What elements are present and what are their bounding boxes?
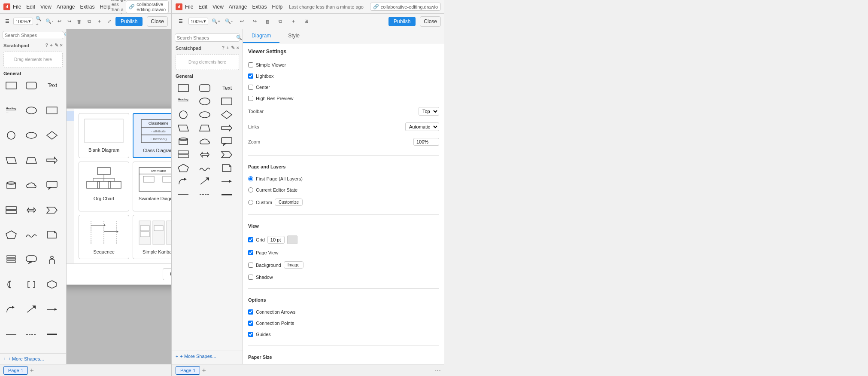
zoom-ctrl-right[interactable]: 100% ▾ xyxy=(188,18,208,25)
zoom-prop-input[interactable] xyxy=(413,138,439,146)
search-input-left[interactable] xyxy=(5,33,64,38)
r-shape-ellipse2[interactable] xyxy=(197,109,212,121)
modal-category-wireframes(5)[interactable]: Wireframes (5) xyxy=(67,234,74,244)
close-btn-right[interactable]: Close xyxy=(420,16,441,27)
page-options-icon[interactable]: ⋯ xyxy=(435,367,441,374)
shape-diamond[interactable] xyxy=(44,129,60,141)
shape-hexagon[interactable] xyxy=(44,278,60,290)
r-shape-curved-arr[interactable] xyxy=(176,175,191,187)
scratchpad-edit-icon[interactable]: ✎ xyxy=(55,43,58,48)
undo-btn-left[interactable]: ↩ xyxy=(56,16,63,27)
r-shape-parallelogram[interactable] xyxy=(176,122,191,134)
r-shape-cloud[interactable] xyxy=(197,135,212,147)
modal-category-business(14)[interactable]: Business (14) xyxy=(67,121,74,130)
shape-crescent[interactable] xyxy=(3,278,19,290)
center-checkbox[interactable] xyxy=(248,85,253,90)
shape-speech[interactable] xyxy=(24,254,39,266)
r-shape-trapezoid[interactable] xyxy=(197,122,212,134)
shape-arrow-right[interactable] xyxy=(44,154,60,166)
menu-file-left[interactable]: File xyxy=(13,4,21,10)
high-res-checkbox[interactable] xyxy=(248,96,253,101)
first-page-radio[interactable] xyxy=(248,176,253,181)
tab-diagram[interactable]: Diagram xyxy=(243,29,279,43)
modal-category-software(8)[interactable]: Software (8) xyxy=(67,196,74,206)
modal-category-cloud(41)[interactable]: Cloud (41) xyxy=(67,140,74,149)
menu-edit-left[interactable]: Edit xyxy=(26,4,35,10)
insert-btn-left[interactable]: ＋ xyxy=(96,16,103,27)
redo-btn-left[interactable]: ↪ xyxy=(66,16,73,27)
shape-circle[interactable] xyxy=(3,129,19,141)
menu-extras-left[interactable]: Extras xyxy=(80,4,95,10)
shape-stacked[interactable] xyxy=(3,254,19,266)
template-card-sequence[interactable]: Sequence xyxy=(79,215,129,259)
modal-category-venn(8)[interactable]: Venn (8) xyxy=(67,225,74,234)
r-shape-arr-straight[interactable] xyxy=(219,175,234,187)
publish-btn-right[interactable]: Publish xyxy=(388,17,416,26)
delete-btn-left[interactable]: 🗑 xyxy=(76,16,83,27)
current-editor-radio[interactable] xyxy=(248,187,253,193)
modal-category-uml(8)[interactable]: UML (8) xyxy=(67,215,74,225)
r-shape-rounded[interactable] xyxy=(197,82,212,94)
insert-shape-btn-right[interactable]: ＋ xyxy=(288,16,298,27)
collab-btn-right[interactable]: 🔗 collaborative-editing.drawio xyxy=(370,3,441,11)
delete-btn-right[interactable]: 🗑 xyxy=(262,16,273,27)
menu-help-right[interactable]: Help xyxy=(272,4,283,10)
menu-arrange-left[interactable]: Arrange xyxy=(57,4,75,10)
shape-person[interactable] xyxy=(44,254,60,266)
guides-checkbox[interactable] xyxy=(248,332,253,337)
menu-toggle-right[interactable]: ☰ xyxy=(176,16,186,27)
menu-edit-right[interactable]: Edit xyxy=(198,4,207,10)
shape-cylinder[interactable] xyxy=(3,179,19,191)
scratchpad-close-icon-right[interactable]: × xyxy=(237,45,239,51)
zoom-in-btn-left[interactable]: 🔍+ xyxy=(36,16,43,27)
r-shape-heading[interactable]: Heading xyxy=(176,95,191,107)
customize-button[interactable]: Customize xyxy=(275,199,303,206)
r-shape-pentagon[interactable] xyxy=(176,162,191,174)
connection-points-checkbox[interactable] xyxy=(248,321,253,326)
shape-heading[interactable]: Heading..... xyxy=(3,104,19,116)
r-shape-chevron[interactable] xyxy=(219,149,234,161)
scratchpad-close-icon[interactable]: × xyxy=(60,43,63,48)
shape-cloud[interactable] xyxy=(24,179,39,191)
r-shape-rect[interactable] xyxy=(176,82,191,94)
r-shape-callout[interactable] xyxy=(219,135,234,147)
page-view-checkbox[interactable] xyxy=(248,250,253,255)
r-shape-diamond[interactable] xyxy=(219,109,234,121)
r-shape-wave[interactable] xyxy=(197,162,212,174)
shape-line2[interactable] xyxy=(24,328,39,340)
shape-bracket-left[interactable] xyxy=(24,278,39,290)
modal-category-flowcharts(9)[interactable]: Flowcharts (9) xyxy=(67,159,74,168)
simple-viewer-checkbox[interactable] xyxy=(248,62,253,67)
cancel-button[interactable]: Cancel xyxy=(163,268,171,280)
publish-btn-left[interactable]: Publish xyxy=(115,17,143,26)
template-card-simplekanban[interactable]: Simple Kanban xyxy=(133,215,171,259)
shape-rect-rounded[interactable] xyxy=(24,79,39,92)
zoom-out-btn-right[interactable]: 🔍- xyxy=(224,16,234,27)
r-shape-double-arrow[interactable] xyxy=(197,149,212,161)
shape-arrow-chevron[interactable] xyxy=(44,204,60,216)
more-shapes-right[interactable]: + + More Shapes... xyxy=(172,351,243,361)
r-shape-ellipse[interactable] xyxy=(197,95,212,107)
shape-text[interactable]: Text xyxy=(44,79,60,92)
modal-category-tables(4)[interactable]: Tables (4) xyxy=(67,206,74,215)
modal-category-basic(9)[interactable]: Basic (9) xyxy=(67,111,74,121)
template-card-orgchart[interactable]: Org Chart xyxy=(79,162,129,211)
undo-btn-right[interactable]: ↩ xyxy=(237,16,247,27)
zoom-ctrl-left[interactable]: 100% ▾ xyxy=(13,18,33,25)
page-tab-1-left[interactable]: Page-1 xyxy=(3,366,28,375)
copy-btn-right[interactable]: ⧉ xyxy=(275,16,285,27)
lightbox-checkbox[interactable] xyxy=(248,73,253,79)
shadow-checkbox[interactable] xyxy=(248,275,253,280)
shape-rect3[interactable] xyxy=(3,204,19,216)
scratchpad-edit-icon-right[interactable]: ✎ xyxy=(231,45,235,51)
modal-category-charts(5)[interactable]: Charts (5) xyxy=(67,130,74,140)
grid-checkbox[interactable] xyxy=(248,237,253,242)
modal-category-other(11)[interactable]: Other (11) xyxy=(67,187,74,196)
scratchpad-add-icon-right[interactable]: + xyxy=(226,45,229,51)
scratchpad-add-icon[interactable]: + xyxy=(50,43,52,48)
template-card-swimlanediagram[interactable]: SwimlaneSwimlane Diagram xyxy=(133,162,171,211)
r-shape-stacked[interactable] xyxy=(176,149,191,161)
grid-color-swatch[interactable] xyxy=(287,235,297,244)
shape-pentagon[interactable] xyxy=(3,229,19,241)
main-canvas[interactable]: Basic (9)Business (14)Charts (5)Cloud (4… xyxy=(67,29,171,364)
